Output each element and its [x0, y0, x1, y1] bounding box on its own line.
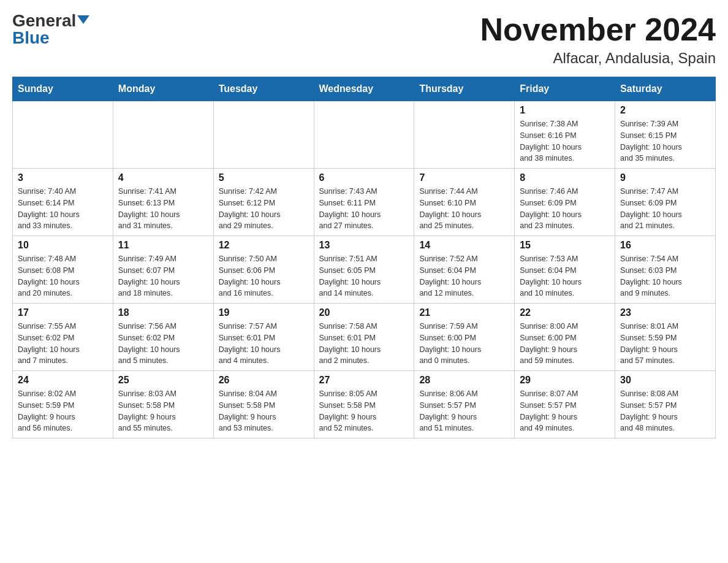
weekday-header: Wednesday	[314, 77, 414, 101]
day-info: Sunrise: 7:39 AMSunset: 6:15 PMDaylight:…	[620, 118, 710, 164]
calendar-cell: 20Sunrise: 7:58 AMSunset: 6:01 PMDayligh…	[314, 304, 414, 371]
day-number: 11	[118, 240, 208, 251]
day-number: 18	[118, 307, 208, 318]
day-info: Sunrise: 7:44 AMSunset: 6:10 PMDaylight:…	[419, 186, 509, 232]
day-info: Sunrise: 7:56 AMSunset: 6:02 PMDaylight:…	[118, 321, 208, 367]
calendar-cell: 2Sunrise: 7:39 AMSunset: 6:15 PMDaylight…	[615, 101, 716, 169]
weekday-header: Monday	[113, 77, 213, 101]
calendar-cell	[13, 101, 113, 169]
page-header: General Blue November 2024 Alfacar, Anda…	[12, 12, 716, 67]
day-info: Sunrise: 8:06 AMSunset: 5:57 PMDaylight:…	[419, 388, 509, 434]
day-info: Sunrise: 7:49 AMSunset: 6:07 PMDaylight:…	[118, 253, 208, 299]
calendar-cell: 30Sunrise: 8:08 AMSunset: 5:57 PMDayligh…	[615, 371, 716, 439]
day-number: 6	[319, 172, 409, 183]
day-info: Sunrise: 7:51 AMSunset: 6:05 PMDaylight:…	[319, 253, 409, 299]
weekday-header: Saturday	[615, 77, 716, 101]
calendar-cell: 1Sunrise: 7:38 AMSunset: 6:16 PMDaylight…	[515, 101, 615, 169]
day-number: 30	[620, 375, 710, 386]
calendar-cell	[314, 101, 414, 169]
day-number: 16	[620, 240, 710, 251]
calendar-cell: 14Sunrise: 7:52 AMSunset: 6:04 PMDayligh…	[414, 236, 515, 304]
day-info: Sunrise: 8:04 AMSunset: 5:58 PMDaylight:…	[219, 388, 309, 434]
day-info: Sunrise: 7:40 AMSunset: 6:14 PMDaylight:…	[18, 186, 108, 232]
day-info: Sunrise: 7:41 AMSunset: 6:13 PMDaylight:…	[118, 186, 208, 232]
calendar-cell: 5Sunrise: 7:42 AMSunset: 6:12 PMDaylight…	[213, 169, 314, 236]
weekday-header: Thursday	[414, 77, 515, 101]
day-number: 26	[219, 375, 309, 386]
calendar-cell: 24Sunrise: 8:02 AMSunset: 5:59 PMDayligh…	[13, 371, 113, 439]
logo-triangle-icon	[77, 15, 89, 24]
calendar-cell: 29Sunrise: 8:07 AMSunset: 5:57 PMDayligh…	[515, 371, 615, 439]
day-number: 22	[520, 307, 610, 318]
calendar-cell: 22Sunrise: 8:00 AMSunset: 6:00 PMDayligh…	[515, 304, 615, 371]
calendar-cell: 21Sunrise: 7:59 AMSunset: 6:00 PMDayligh…	[414, 304, 515, 371]
calendar-cell: 3Sunrise: 7:40 AMSunset: 6:14 PMDaylight…	[13, 169, 113, 236]
day-info: Sunrise: 8:01 AMSunset: 5:59 PMDaylight:…	[620, 321, 710, 367]
month-title: November 2024	[480, 12, 716, 47]
calendar-week-row: 17Sunrise: 7:55 AMSunset: 6:02 PMDayligh…	[13, 304, 716, 371]
day-info: Sunrise: 8:03 AMSunset: 5:58 PMDaylight:…	[118, 388, 208, 434]
weekday-header: Sunday	[13, 77, 113, 101]
day-info: Sunrise: 7:53 AMSunset: 6:04 PMDaylight:…	[520, 253, 610, 299]
day-info: Sunrise: 7:52 AMSunset: 6:04 PMDaylight:…	[419, 253, 509, 299]
day-number: 12	[219, 240, 309, 251]
day-number: 9	[620, 172, 710, 183]
logo-blue-text: Blue	[12, 29, 50, 47]
logo: General Blue	[12, 12, 89, 47]
day-number: 17	[18, 307, 108, 318]
day-info: Sunrise: 7:54 AMSunset: 6:03 PMDaylight:…	[620, 253, 710, 299]
calendar-week-row: 1Sunrise: 7:38 AMSunset: 6:16 PMDaylight…	[13, 101, 716, 169]
calendar-cell: 9Sunrise: 7:47 AMSunset: 6:09 PMDaylight…	[615, 169, 716, 236]
day-number: 3	[18, 172, 108, 183]
day-number: 13	[319, 240, 409, 251]
day-info: Sunrise: 8:05 AMSunset: 5:58 PMDaylight:…	[319, 388, 409, 434]
weekday-header: Friday	[515, 77, 615, 101]
day-number: 1	[520, 105, 610, 116]
day-number: 27	[319, 375, 409, 386]
weekday-header: Tuesday	[213, 77, 314, 101]
day-number: 28	[419, 375, 509, 386]
day-info: Sunrise: 7:38 AMSunset: 6:16 PMDaylight:…	[520, 118, 610, 164]
calendar-table: SundayMondayTuesdayWednesdayThursdayFrid…	[12, 77, 716, 439]
day-number: 29	[520, 375, 610, 386]
calendar-cell: 10Sunrise: 7:48 AMSunset: 6:08 PMDayligh…	[13, 236, 113, 304]
day-number: 20	[319, 307, 409, 318]
calendar-cell: 19Sunrise: 7:57 AMSunset: 6:01 PMDayligh…	[213, 304, 314, 371]
day-number: 23	[620, 307, 710, 318]
day-info: Sunrise: 8:02 AMSunset: 5:59 PMDaylight:…	[18, 388, 108, 434]
calendar-week-row: 3Sunrise: 7:40 AMSunset: 6:14 PMDaylight…	[13, 169, 716, 236]
calendar-cell: 17Sunrise: 7:55 AMSunset: 6:02 PMDayligh…	[13, 304, 113, 371]
day-number: 7	[419, 172, 509, 183]
calendar-cell: 7Sunrise: 7:44 AMSunset: 6:10 PMDaylight…	[414, 169, 515, 236]
day-info: Sunrise: 7:42 AMSunset: 6:12 PMDaylight:…	[219, 186, 309, 232]
calendar-cell: 23Sunrise: 8:01 AMSunset: 5:59 PMDayligh…	[615, 304, 716, 371]
calendar-cell: 27Sunrise: 8:05 AMSunset: 5:58 PMDayligh…	[314, 371, 414, 439]
calendar-cell: 11Sunrise: 7:49 AMSunset: 6:07 PMDayligh…	[113, 236, 213, 304]
calendar-cell: 26Sunrise: 8:04 AMSunset: 5:58 PMDayligh…	[213, 371, 314, 439]
calendar-week-row: 24Sunrise: 8:02 AMSunset: 5:59 PMDayligh…	[13, 371, 716, 439]
calendar-cell: 18Sunrise: 7:56 AMSunset: 6:02 PMDayligh…	[113, 304, 213, 371]
day-number: 21	[419, 307, 509, 318]
location-title: Alfacar, Andalusia, Spain	[480, 50, 716, 67]
calendar-cell: 28Sunrise: 8:06 AMSunset: 5:57 PMDayligh…	[414, 371, 515, 439]
calendar-cell	[113, 101, 213, 169]
day-number: 19	[219, 307, 309, 318]
logo-general-text: General	[12, 12, 76, 29]
calendar-cell: 6Sunrise: 7:43 AMSunset: 6:11 PMDaylight…	[314, 169, 414, 236]
day-info: Sunrise: 7:48 AMSunset: 6:08 PMDaylight:…	[18, 253, 108, 299]
calendar-cell: 12Sunrise: 7:50 AMSunset: 6:06 PMDayligh…	[213, 236, 314, 304]
day-number: 24	[18, 375, 108, 386]
day-info: Sunrise: 8:07 AMSunset: 5:57 PMDaylight:…	[520, 388, 610, 434]
calendar-week-row: 10Sunrise: 7:48 AMSunset: 6:08 PMDayligh…	[13, 236, 716, 304]
calendar-cell: 16Sunrise: 7:54 AMSunset: 6:03 PMDayligh…	[615, 236, 716, 304]
day-number: 25	[118, 375, 208, 386]
day-info: Sunrise: 7:59 AMSunset: 6:00 PMDaylight:…	[419, 321, 509, 367]
day-info: Sunrise: 7:57 AMSunset: 6:01 PMDaylight:…	[219, 321, 309, 367]
calendar-header-row: SundayMondayTuesdayWednesdayThursdayFrid…	[13, 77, 716, 101]
day-info: Sunrise: 8:00 AMSunset: 6:00 PMDaylight:…	[520, 321, 610, 367]
calendar-cell: 25Sunrise: 8:03 AMSunset: 5:58 PMDayligh…	[113, 371, 213, 439]
day-info: Sunrise: 7:47 AMSunset: 6:09 PMDaylight:…	[620, 186, 710, 232]
day-number: 4	[118, 172, 208, 183]
calendar-cell	[414, 101, 515, 169]
calendar-cell	[213, 101, 314, 169]
